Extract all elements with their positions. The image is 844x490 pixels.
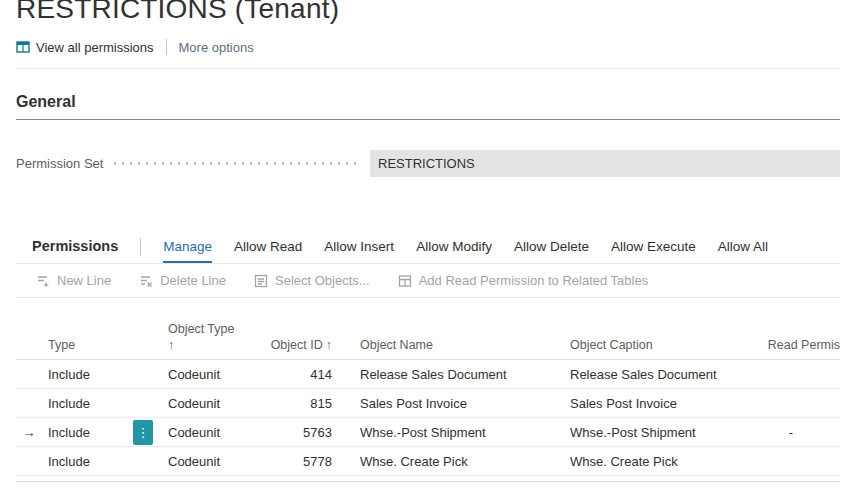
- tab-allow-read[interactable]: Allow Read: [234, 239, 302, 263]
- column-header-type[interactable]: Type: [42, 338, 128, 352]
- delete-line-label: Delete Line: [160, 273, 226, 288]
- cell-type[interactable]: Include: [42, 367, 128, 382]
- table-row-partial: [16, 476, 840, 482]
- dotted-leader: [111, 162, 360, 165]
- select-objects-label: Select Objects...: [275, 273, 370, 288]
- cell-row-menu: ⋮: [128, 420, 158, 445]
- tab-allow-insert[interactable]: Allow Insert: [324, 239, 394, 263]
- select-objects-button[interactable]: Select Objects...: [254, 273, 370, 288]
- cell-object-id[interactable]: 5778: [252, 454, 336, 469]
- cell-object-caption[interactable]: Whse.-Post Shipment: [542, 425, 742, 440]
- sort-ascending-icon: ↑: [326, 338, 332, 352]
- cell-object-id[interactable]: 815: [252, 396, 336, 411]
- delete-line-icon: [139, 274, 153, 288]
- select-objects-icon: [254, 274, 268, 288]
- view-all-permissions-label: View all permissions: [36, 40, 154, 55]
- add-read-permission-icon: [398, 274, 412, 288]
- add-read-permission-button[interactable]: Add Read Permission to Related Tables: [398, 273, 649, 288]
- permission-set-field-row: Permission Set RESTRICTIONS: [16, 150, 840, 177]
- cell-type[interactable]: Include: [42, 396, 128, 411]
- column-header-object-type-label: Object Type: [168, 322, 252, 336]
- sort-ascending-icon: ↑: [168, 338, 252, 352]
- selected-row-arrow-icon: →: [16, 425, 42, 440]
- permissions-heading: Permissions: [32, 238, 118, 263]
- view-all-permissions-button[interactable]: View all permissions: [16, 40, 154, 55]
- table-header: Type Object Type ↑ Object ID ↑ Object Na…: [16, 298, 840, 360]
- vertical-ellipsis-icon: ⋮: [137, 420, 150, 445]
- table-row[interactable]: Include Codeunit 414 Release Sales Docum…: [16, 360, 840, 389]
- permission-set-label: Permission Set: [16, 156, 103, 171]
- tab-allow-execute[interactable]: Allow Execute: [611, 239, 696, 263]
- new-line-icon: [36, 274, 50, 288]
- cell-type[interactable]: Include: [42, 425, 128, 440]
- permissions-tab-strip: Permissions Manage Allow Read Allow Inse…: [16, 225, 840, 263]
- cell-object-id[interactable]: 414: [252, 367, 336, 382]
- tab-allow-modify[interactable]: Allow Modify: [416, 239, 492, 263]
- general-section-heading[interactable]: General: [16, 93, 840, 120]
- tab-manage[interactable]: Manage: [163, 239, 212, 263]
- add-read-permission-label: Add Read Permission to Related Tables: [419, 273, 649, 288]
- tab-allow-delete[interactable]: Allow Delete: [514, 239, 589, 263]
- column-header-object-name-label: Object Name: [360, 338, 433, 352]
- column-header-object-caption[interactable]: Object Caption: [542, 338, 742, 352]
- column-header-object-caption-label: Object Caption: [570, 338, 653, 352]
- table-row-selected[interactable]: → Include ⋮ Codeunit 5763 Whse.-Post Shi…: [16, 418, 840, 447]
- cell-read-permission[interactable]: -: [742, 425, 840, 440]
- more-options-button[interactable]: More options: [179, 40, 254, 55]
- cell-type[interactable]: Include: [42, 454, 128, 469]
- more-options-label: More options: [179, 40, 254, 55]
- column-header-type-label: Type: [48, 338, 75, 352]
- column-header-read-permission-label: Read Permis: [768, 338, 840, 352]
- cell-object-type[interactable]: Codeunit: [158, 425, 252, 440]
- tab-allow-all[interactable]: Allow All: [718, 239, 768, 263]
- permissions-grid-icon: [16, 40, 30, 54]
- cell-object-type[interactable]: Codeunit: [158, 396, 252, 411]
- new-line-label: New Line: [57, 273, 111, 288]
- column-header-object-id[interactable]: Object ID ↑: [252, 338, 336, 352]
- column-header-object-type[interactable]: Object Type ↑: [158, 322, 252, 352]
- cell-object-name[interactable]: Sales Post Invoice: [336, 396, 542, 411]
- permissions-toolbar: New Line Delete Line Select Objects...: [16, 263, 840, 298]
- page-title: RESTRICTIONS (Tenant): [16, 0, 840, 25]
- cell-object-name[interactable]: Whse.-Post Shipment: [336, 425, 542, 440]
- cell-object-type[interactable]: Codeunit: [158, 367, 252, 382]
- cell-object-name[interactable]: Release Sales Document: [336, 367, 542, 382]
- cell-object-id[interactable]: 5763: [252, 425, 336, 440]
- column-header-read-permission[interactable]: Read Permis: [742, 338, 840, 352]
- cell-object-caption[interactable]: Sales Post Invoice: [542, 396, 742, 411]
- cell-object-name[interactable]: Whse. Create Pick: [336, 454, 542, 469]
- action-bar-divider: [166, 39, 167, 55]
- row-options-button[interactable]: ⋮: [133, 420, 153, 445]
- column-header-object-id-label: Object ID: [271, 338, 323, 352]
- cell-object-caption[interactable]: Release Sales Document: [542, 367, 742, 382]
- cell-object-type[interactable]: Codeunit: [158, 454, 252, 469]
- cell-object-caption[interactable]: Whse. Create Pick: [542, 454, 742, 469]
- column-header-object-name[interactable]: Object Name: [336, 338, 542, 352]
- permission-set-input[interactable]: RESTRICTIONS: [370, 150, 840, 177]
- permission-set-page: RESTRICTIONS (Tenant) View all permissio…: [16, 0, 840, 482]
- table-row[interactable]: Include Codeunit 5778 Whse. Create Pick …: [16, 447, 840, 476]
- permissions-section: Permissions Manage Allow Read Allow Inse…: [16, 225, 840, 482]
- new-line-button[interactable]: New Line: [36, 273, 111, 288]
- table-row[interactable]: Include Codeunit 815 Sales Post Invoice …: [16, 389, 840, 418]
- action-bar: View all permissions More options: [16, 25, 840, 69]
- tab-strip-divider: [140, 238, 141, 256]
- delete-line-button[interactable]: Delete Line: [139, 273, 226, 288]
